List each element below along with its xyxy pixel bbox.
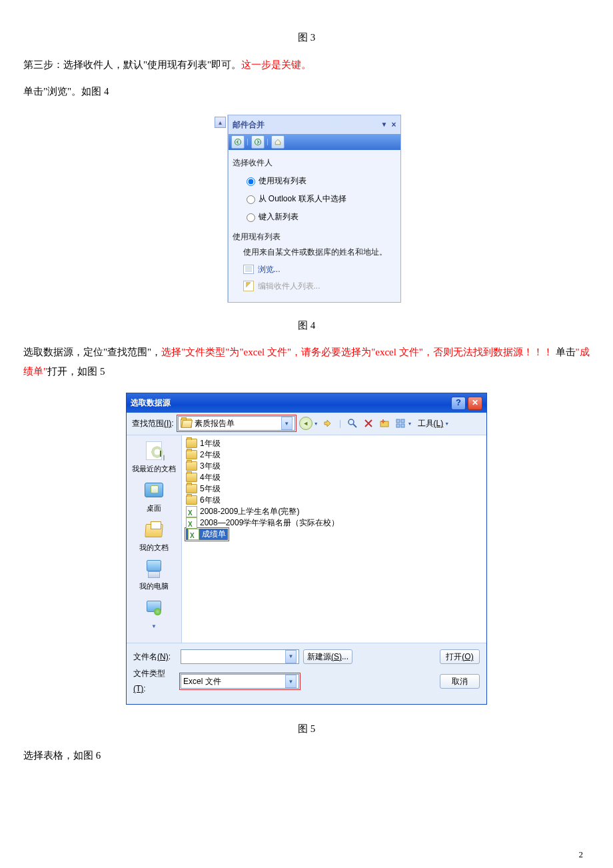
browse-link-text[interactable]: 浏览... <box>258 262 281 277</box>
lookin-combo[interactable]: 素质报告单 ▼ <box>178 416 295 431</box>
excel-icon <box>188 529 199 540</box>
para3-e: 打开，如图 5 <box>47 366 105 377</box>
browse-link[interactable]: 浏览... <box>243 262 398 277</box>
browse-icon <box>243 265 254 274</box>
list-item[interactable]: 2年级 <box>186 449 482 461</box>
dialog-title: 选取数据源 <box>131 395 449 411</box>
cancel-button[interactable]: 取消 <box>440 674 480 689</box>
radio-new-list[interactable]: 键入新列表 <box>243 209 398 225</box>
filetype-value: Excel 文件 <box>183 674 283 689</box>
desktop-icon <box>143 480 165 500</box>
chevron-down-icon[interactable]: ▼ <box>285 675 297 688</box>
tools-dropdown[interactable]: ▼ <box>444 419 449 428</box>
panel-dropdown-icon[interactable]: ▼ <box>381 118 388 131</box>
radio-new-input[interactable] <box>247 213 255 222</box>
panel-close-icon[interactable]: × <box>391 117 396 133</box>
place-mypc-label: 我的电脑 <box>139 579 169 593</box>
open-button[interactable]: 打开(O) <box>440 649 480 664</box>
folder-icon <box>186 450 197 459</box>
para-step3-b: 这一步是关键。 <box>241 59 311 70</box>
list-item-selected[interactable]: 成绩单 <box>186 529 228 540</box>
para-select-datasource: 选取数据源，定位"查找范围"，选择"文件类型"为"excel 文件"，请务必要选… <box>23 343 590 381</box>
back-dropdown[interactable]: ▼ <box>314 419 318 428</box>
radio-outlook[interactable]: 从 Outlook 联系人中选择 <box>243 191 398 207</box>
nav-back-icon[interactable] <box>231 135 245 149</box>
place-desktop[interactable]: 桌面 <box>127 479 181 517</box>
places-bar: 我最近的文档 桌面 我的文档 我的电脑 ▼ <box>127 435 182 643</box>
svg-rect-9 <box>396 424 400 427</box>
filetype-label: 文件类型(T): <box>133 666 177 697</box>
tools-menu[interactable]: 工具(L) <box>418 416 444 431</box>
para3-a: 选取数据源，定位"查找范围"， <box>23 347 161 357</box>
folder-icon <box>186 461 197 471</box>
filetype-combo[interactable]: Excel 文件 ▼ <box>181 674 299 689</box>
scroll-up-button[interactable]: ▴ <box>215 117 226 128</box>
edit-icon <box>243 281 254 291</box>
list-item[interactable]: 1年级 <box>186 438 482 449</box>
nav-sep: | <box>266 135 270 147</box>
nav-sep: | <box>246 135 250 147</box>
list-item[interactable]: 5年级 <box>186 483 482 495</box>
mydocs-icon <box>143 519 165 539</box>
more-arrow-icon: ▼ <box>151 621 157 631</box>
radio-existing-label: 使用现有列表 <box>259 173 306 189</box>
place-recent[interactable]: 我最近的文档 <box>127 439 181 477</box>
delete-button[interactable] <box>362 417 374 429</box>
network-icon <box>143 599 165 619</box>
doc-ruler-edge: ▴ <box>213 115 228 303</box>
folder-icon <box>186 495 197 505</box>
lookin-label: 查找范围(I): <box>132 416 174 431</box>
svg-point-0 <box>235 139 241 145</box>
panel-nav: | | <box>229 134 400 150</box>
radio-outlook-label: 从 Outlook 联系人中选择 <box>259 191 346 207</box>
search-button[interactable] <box>346 417 358 429</box>
list-item[interactable]: 4年级 <box>186 472 482 483</box>
file-list[interactable]: 1年级 2年级 3年级 4年级 5年级 6年级 2008-2009上学生名单(完… <box>182 435 486 643</box>
radio-existing-list[interactable]: 使用现有列表 <box>243 173 398 189</box>
filename-combo[interactable]: ▼ <box>181 649 299 664</box>
filename-label: 文件名(N): <box>133 649 177 665</box>
views-dropdown[interactable]: ▼ <box>408 419 412 428</box>
recent-icon <box>143 441 165 461</box>
folder-icon <box>186 439 197 448</box>
up-button[interactable] <box>322 417 334 429</box>
chevron-down-icon[interactable]: ▼ <box>281 417 293 430</box>
newsource-button[interactable]: 新建源(S)... <box>303 649 352 664</box>
place-mypc[interactable]: 我的电脑 <box>127 557 181 595</box>
newfolder-button[interactable] <box>378 417 390 429</box>
place-mydocs[interactable]: 我的文档 <box>127 518 181 556</box>
list-item[interactable]: 3年级 <box>186 461 482 472</box>
panel-titlebar: 邮件合并 ▼ × <box>229 115 400 135</box>
edit-recipients-link: 编辑收件人列表... <box>243 279 398 294</box>
place-mydocs-label: 我的文档 <box>139 541 169 555</box>
nav-forward-icon[interactable] <box>251 135 265 149</box>
chevron-down-icon[interactable]: ▼ <box>285 650 297 663</box>
svg-rect-10 <box>401 424 404 427</box>
item-label: 成绩单 <box>202 527 226 542</box>
close-button[interactable]: ✕ <box>468 397 482 410</box>
list-item[interactable]: 2008—2009学年学籍名册（实际在校） <box>186 517 482 529</box>
radio-outlook-input[interactable] <box>247 195 255 204</box>
mail-merge-panel: ▴ 邮件合并 ▼ × | | 选择收件人 使用现有列表 <box>213 115 401 303</box>
section-use-existing: 使用现有列表 <box>233 229 396 245</box>
edit-link-text: 编辑收件人列表... <box>258 279 320 294</box>
section-select-recipients: 选择收件人 <box>233 155 396 171</box>
svg-rect-7 <box>396 419 400 423</box>
folder-icon <box>186 484 197 493</box>
fig4-caption: 图 4 <box>23 316 590 335</box>
views-button[interactable] <box>394 417 406 429</box>
toolbar-sep: | <box>338 417 342 429</box>
back-button[interactable]: ◄ <box>299 417 312 430</box>
para-step3: 第三步：选择收件人，默认"使用现有列表"即可。这一步是关键。 <box>23 55 590 75</box>
file-dialog: 选取数据源 ? ✕ 查找范围(I): 素质报告单 ▼ ◄ ▼ | ▼ 工具(L)… <box>126 393 487 705</box>
para-step3-a: 第三步：选择收件人，默认"使用现有列表"即可。 <box>23 59 241 70</box>
existing-desc: 使用来自某文件或数据库的姓名和地址。 <box>243 247 398 258</box>
fig5-caption: 图 5 <box>23 719 590 739</box>
svg-rect-6 <box>381 421 385 422</box>
radio-existing-input[interactable] <box>247 177 255 186</box>
place-more[interactable]: ▼ <box>127 596 181 638</box>
nav-home-icon[interactable] <box>271 135 285 149</box>
help-button[interactable]: ? <box>451 397 466 410</box>
svg-line-3 <box>353 424 356 427</box>
svg-point-2 <box>348 419 354 425</box>
